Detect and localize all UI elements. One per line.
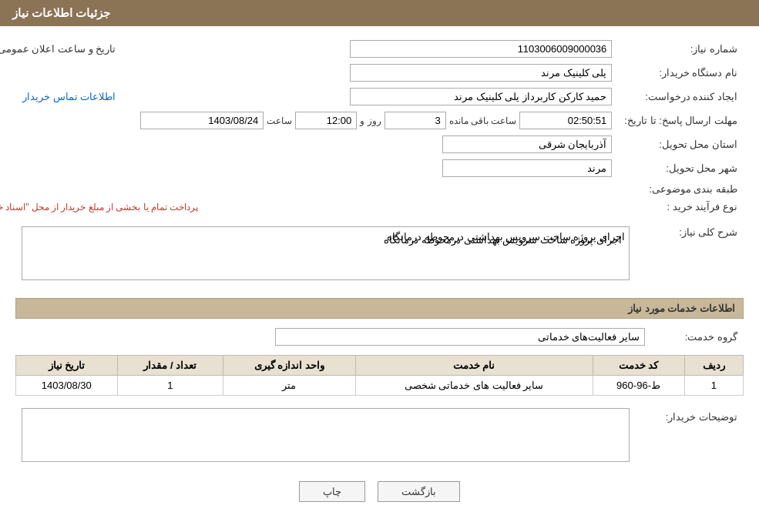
buyer-notes-textarea[interactable] <box>22 408 630 462</box>
province-field <box>0 132 618 156</box>
response-deadline-field: ساعت روز و ساعت باقی مانده <box>134 109 618 132</box>
cell-need_date: 1403/08/30 <box>16 376 118 396</box>
print-button[interactable]: چاپ <box>299 481 365 502</box>
remaining-time-label: ساعت باقی مانده <box>449 115 517 126</box>
services-data-table: ردیف کد خدمت نام خدمت واحد اندازه گیری ت… <box>15 355 744 396</box>
category-label: طبقه بندی موضوعی: <box>618 180 744 198</box>
buyer-notes-field <box>15 405 636 467</box>
cell-qty: 1 <box>117 376 223 396</box>
cell-service_code: ط-96-960 <box>593 376 684 396</box>
cell-unit: متر <box>223 376 355 396</box>
buyer-station-field <box>0 61 618 85</box>
province-input <box>442 136 612 153</box>
response-deadline-label: مهلت ارسال پاسخ: تا تاریخ: <box>618 109 744 132</box>
services-section-title: اطلاعات خدمات مورد نیاز <box>15 298 744 319</box>
buttons-row: بازگشت چاپ <box>15 481 744 502</box>
purchase-type-label: نوع فرآیند خرید : <box>618 198 744 216</box>
contact-info-link[interactable]: اطلاعات تماس خریدار <box>22 91 116 102</box>
response-day-label: روز و <box>360 115 381 126</box>
requester-input <box>350 88 612 105</box>
requester-label: ایجاد کننده درخواست: <box>618 85 744 109</box>
general-desc-value: اجرای پروژه ساخت سرویس بهداشتی درمحوطه د… <box>384 234 622 246</box>
buyer-station-label: نام دستگاه خریدار: <box>618 61 744 85</box>
buyer-notes-label: توضیحات خریدار: <box>636 405 744 467</box>
back-button[interactable]: بازگشت <box>378 481 460 502</box>
col-unit: واحد اندازه گیری <box>223 356 355 376</box>
col-qty: تعداد / مقدار <box>117 356 223 376</box>
service-group-field <box>15 325 651 349</box>
response-time-input <box>295 112 357 129</box>
service-group-label: گروه خدمت: <box>651 325 744 349</box>
need-number-field <box>134 37 618 61</box>
col-service-name: نام خدمت <box>355 356 593 376</box>
city-input <box>442 159 612 177</box>
response-days-input <box>385 112 446 129</box>
general-desc-field: اجرای پروژه ساخت سرویس بهداشتی درمحوطه د… <box>15 220 636 289</box>
province-label: استان محل تحویل: <box>618 132 744 156</box>
page-title: جزئیات اطلاعات نیاز <box>12 6 110 19</box>
requester-field <box>134 85 618 109</box>
need-number-input <box>350 40 612 58</box>
service-group-input <box>275 328 645 346</box>
general-desc-table: شرح کلی نیاز: اجرای پروژه ساخت سرویس بهد… <box>15 220 744 289</box>
category-field: کالا/خدمت خدمت کالا <box>0 180 618 198</box>
col-service-code: کد خدمت <box>593 356 684 376</box>
col-row: ردیف <box>684 356 743 376</box>
city-field <box>0 156 618 180</box>
response-time-label: ساعت <box>267 115 292 126</box>
info-table: شماره نیاز: تاریخ و ساعت اعلان عمومی: نا… <box>0 37 744 216</box>
buyer-notes-table: توضیحات خریدار: <box>15 405 744 467</box>
table-row: 1ط-96-960سایر فعالیت های خدماتی شخصیمتر1… <box>16 376 744 396</box>
general-desc-label: شرح کلی نیاز: <box>636 220 744 289</box>
cell-row: 1 <box>684 376 743 396</box>
need-number-label: شماره نیاز: <box>618 37 744 61</box>
page-header: جزئیات اطلاعات نیاز <box>0 0 759 26</box>
purchase-note: پرداخت تمام یا بخشی از مبلغ خریدار از مح… <box>0 202 198 212</box>
purchase-type-field: متوسط جزیی پرداخت تمام یا بخشی از مبلغ خ… <box>0 198 618 216</box>
response-date-input <box>140 112 264 129</box>
buyer-station-input <box>350 64 612 82</box>
cell-service_name: سایر فعالیت های خدماتی شخصی <box>355 376 593 396</box>
announce-datetime-label: تاریخ و ساعت اعلان عمومی: <box>0 37 122 61</box>
col-need-date: تاریخ نیاز <box>16 356 118 376</box>
remaining-time-input <box>519 112 612 129</box>
service-group-table: گروه خدمت: <box>15 325 744 349</box>
city-label: شهر محل تحویل: <box>618 156 744 180</box>
